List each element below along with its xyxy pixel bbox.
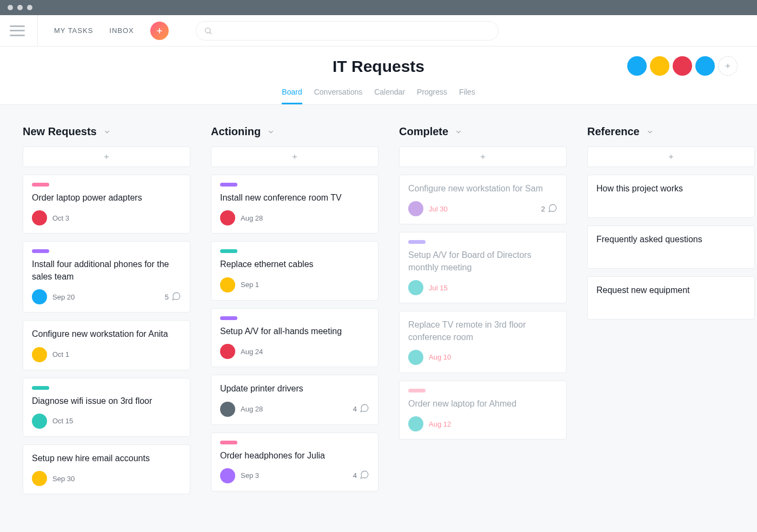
card-title: Diagnose wifi issue on 3rd floor bbox=[32, 395, 181, 407]
assignee-avatar[interactable] bbox=[32, 289, 47, 304]
avatar[interactable] bbox=[627, 56, 647, 76]
nav-inbox[interactable]: INBOX bbox=[109, 26, 134, 35]
board-column: ReferenceHow this project worksFrequentl… bbox=[587, 125, 755, 502]
assignee-avatar[interactable] bbox=[408, 201, 423, 216]
card-footer: Sep 1 bbox=[220, 277, 369, 292]
comment-count[interactable]: 4 bbox=[353, 470, 369, 481]
avatar[interactable] bbox=[650, 56, 669, 76]
card-tag bbox=[32, 386, 49, 390]
card-title: Setup new hire email accounts bbox=[32, 453, 181, 464]
top-navigation: MY TASKS INBOX bbox=[0, 15, 757, 46]
comment-count[interactable]: 2 bbox=[541, 203, 557, 215]
assignee-avatar[interactable] bbox=[220, 210, 235, 225]
search-icon bbox=[204, 26, 213, 35]
task-card[interactable]: Install four additional phones for the s… bbox=[23, 241, 190, 312]
assignee-avatar[interactable] bbox=[408, 350, 423, 365]
task-card[interactable]: Setup new hire email accountsSep 30 bbox=[23, 444, 190, 494]
task-card[interactable]: Request new equipment bbox=[587, 276, 755, 320]
comment-icon bbox=[548, 203, 557, 215]
tab-files[interactable]: Files bbox=[459, 88, 475, 104]
task-card[interactable]: Configure new workstation for AnitaOct 1 bbox=[23, 320, 190, 370]
due-date: Aug 28 bbox=[241, 214, 263, 222]
task-card[interactable]: Frequently asked questions bbox=[587, 225, 755, 269]
add-card-button[interactable] bbox=[399, 147, 567, 167]
assignee-avatar[interactable] bbox=[32, 471, 47, 486]
task-card[interactable]: Order headphones for JuliaSep 34 bbox=[211, 433, 378, 491]
due-date: Sep 3 bbox=[241, 471, 259, 480]
tab-conversations[interactable]: Conversations bbox=[314, 88, 363, 104]
column-title: Complete bbox=[399, 125, 448, 138]
card-footer: Oct 1 bbox=[32, 347, 181, 362]
tab-board[interactable]: Board bbox=[282, 88, 302, 104]
task-card[interactable]: Replace ethernet cablesSep 1 bbox=[211, 241, 378, 300]
card-footer: Jul 302 bbox=[408, 201, 557, 216]
assignee-avatar[interactable] bbox=[408, 416, 423, 431]
assignee-avatar[interactable] bbox=[32, 414, 47, 429]
task-card[interactable]: Update printer driversAug 284 bbox=[211, 375, 378, 424]
chevron-down-icon[interactable] bbox=[103, 128, 111, 136]
divider bbox=[37, 15, 38, 46]
board-column: New RequestsOrder laptop power adaptersO… bbox=[23, 125, 190, 502]
assignee-avatar[interactable] bbox=[220, 277, 235, 292]
assignee-avatar[interactable] bbox=[32, 210, 47, 225]
due-date: Oct 1 bbox=[52, 350, 69, 358]
column-title: New Requests bbox=[23, 125, 97, 138]
column-header[interactable]: Reference bbox=[587, 125, 755, 138]
comment-icon bbox=[360, 470, 369, 481]
task-card[interactable]: Replace TV remote in 3rd floor conferenc… bbox=[399, 311, 567, 373]
due-date: Aug 12 bbox=[429, 420, 451, 428]
card-title: How this project works bbox=[596, 183, 746, 195]
svg-line-3 bbox=[210, 32, 211, 34]
assignee-avatar[interactable] bbox=[220, 468, 235, 483]
chevron-down-icon[interactable] bbox=[455, 128, 462, 136]
add-card-button[interactable] bbox=[587, 147, 755, 167]
nav-my-tasks[interactable]: MY TASKS bbox=[54, 26, 93, 35]
due-date: Jul 15 bbox=[429, 284, 448, 292]
card-footer: Oct 3 bbox=[32, 210, 181, 225]
card-footer: Aug 24 bbox=[220, 344, 369, 359]
window-maximize-dot[interactable] bbox=[27, 5, 32, 10]
plus-icon bbox=[291, 153, 298, 161]
add-member-button[interactable] bbox=[718, 56, 738, 76]
add-card-button[interactable] bbox=[211, 147, 378, 167]
menu-icon[interactable] bbox=[10, 25, 25, 36]
task-card[interactable]: Setup A/V for Board of Directors monthly… bbox=[399, 232, 567, 303]
task-card[interactable]: Order new laptop for AhmedAug 12 bbox=[399, 381, 567, 440]
tab-calendar[interactable]: Calendar bbox=[374, 88, 405, 104]
task-card[interactable]: Setup A/V for all-hands meetingAug 24 bbox=[211, 308, 378, 367]
task-card[interactable]: Install new conference room TVAug 28 bbox=[211, 175, 378, 234]
chevron-down-icon[interactable] bbox=[646, 128, 654, 136]
column-title: Actioning bbox=[211, 125, 261, 138]
comment-count[interactable]: 4 bbox=[353, 403, 369, 415]
card-title: Replace TV remote in 3rd floor conferenc… bbox=[408, 319, 557, 343]
column-header[interactable]: New Requests bbox=[23, 125, 190, 138]
quick-add-button[interactable] bbox=[150, 22, 169, 40]
tab-progress[interactable]: Progress bbox=[417, 88, 447, 104]
project-header: IT Requests Board Conversations Calendar… bbox=[0, 46, 757, 105]
task-card[interactable]: Diagnose wifi issue on 3rd floorOct 15 bbox=[23, 378, 190, 437]
task-card[interactable]: How this project works bbox=[587, 175, 755, 218]
card-title: Order headphones for Julia bbox=[220, 450, 369, 462]
due-date: Oct 15 bbox=[52, 417, 73, 425]
column-header[interactable]: Complete bbox=[399, 125, 567, 138]
task-card[interactable]: Configure new workstation for SamJul 302 bbox=[399, 175, 567, 224]
window-minimize-dot[interactable] bbox=[17, 5, 23, 10]
chevron-down-icon[interactable] bbox=[267, 128, 275, 136]
search-bar[interactable] bbox=[196, 21, 499, 41]
card-tag bbox=[220, 249, 237, 253]
assignee-avatar[interactable] bbox=[32, 347, 47, 362]
column-header[interactable]: Actioning bbox=[211, 125, 378, 138]
assignee-avatar[interactable] bbox=[408, 280, 423, 295]
avatar[interactable] bbox=[695, 56, 715, 76]
card-tag bbox=[32, 183, 49, 187]
add-card-button[interactable] bbox=[23, 147, 190, 167]
avatar[interactable] bbox=[673, 56, 692, 76]
window-close-dot[interactable] bbox=[8, 5, 13, 10]
search-input[interactable] bbox=[217, 26, 490, 35]
assignee-avatar[interactable] bbox=[220, 402, 235, 417]
card-tag bbox=[32, 249, 49, 253]
task-card[interactable]: Order laptop power adaptersOct 3 bbox=[23, 175, 190, 234]
comment-icon bbox=[171, 291, 181, 303]
assignee-avatar[interactable] bbox=[220, 344, 235, 359]
comment-count[interactable]: 5 bbox=[165, 291, 181, 303]
